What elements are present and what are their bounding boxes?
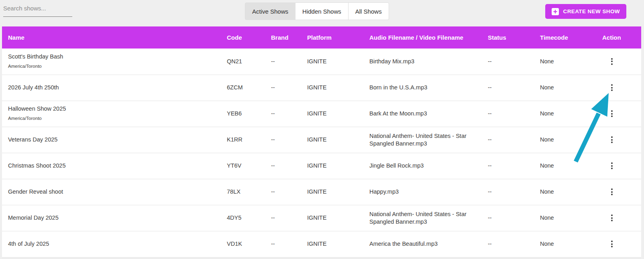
show-action-cell <box>596 127 641 153</box>
kebab-menu-icon <box>611 188 613 195</box>
row-actions-menu-button[interactable] <box>605 81 619 95</box>
show-brand: -- <box>265 179 301 205</box>
row-actions-menu-button[interactable] <box>605 185 619 199</box>
kebab-menu-icon <box>611 136 613 143</box>
show-status: -- <box>482 179 534 205</box>
show-name: Christmas Shoot 2025 <box>8 162 215 170</box>
column-header-code: Code <box>221 26 265 49</box>
show-platform: IGNITE <box>301 101 363 127</box>
add-box-icon <box>552 8 559 15</box>
kebab-menu-icon <box>611 162 613 169</box>
table-row: Halloween Show 2025America/TorontoYEB6--… <box>2 101 641 127</box>
show-code: YEB6 <box>221 101 265 127</box>
row-actions-menu-button[interactable] <box>605 159 619 173</box>
show-platform: IGNITE <box>301 75 363 101</box>
show-code: QN21 <box>221 49 265 75</box>
table-row: 4th of July 2025VD1K--IGNITEAmerica the … <box>2 231 641 257</box>
show-audio: National Anthem- United States - Star Sp… <box>363 127 482 153</box>
column-header-timecode: Timecode <box>534 26 596 49</box>
column-header-name: Name <box>2 26 221 49</box>
show-brand: -- <box>265 49 301 75</box>
create-new-show-button[interactable]: CREATE NEW SHOW <box>545 4 627 19</box>
show-platform: IGNITE <box>301 231 363 257</box>
show-brand: -- <box>265 75 301 101</box>
show-name-cell: 2026 July 4th 250th <box>2 75 221 101</box>
kebab-menu-icon <box>611 241 613 247</box>
tab-hidden-shows[interactable]: Hidden Shows <box>296 2 348 20</box>
show-code: 78LX <box>221 179 265 205</box>
show-action-cell <box>596 205 641 231</box>
show-timecode: None <box>534 153 596 179</box>
search-input[interactable] <box>3 2 72 17</box>
show-status: -- <box>482 49 534 75</box>
row-actions-menu-button[interactable] <box>605 237 619 251</box>
show-code: 6ZCM <box>221 75 265 101</box>
table-row: Memorial Day 20254DY5--IGNITENational An… <box>2 205 641 231</box>
kebab-menu-icon <box>611 110 613 117</box>
show-name: 4th of July 2025 <box>8 240 215 248</box>
show-brand: -- <box>265 205 301 231</box>
show-status: -- <box>482 101 534 127</box>
show-name-cell: Halloween Show 2025America/Toronto <box>2 101 221 127</box>
show-action-cell <box>596 153 641 179</box>
kebab-menu-icon <box>611 214 613 221</box>
show-name: Gender Reveal shoot <box>8 188 215 196</box>
show-name: Scott's Birthday Bash <box>8 53 215 61</box>
row-actions-menu-button[interactable] <box>605 54 619 69</box>
table-bottom-strip <box>2 257 641 259</box>
table-row: Veterans Day 2025K1RR--IGNITENational An… <box>2 127 641 153</box>
show-timezone: America/Toronto <box>8 63 215 70</box>
show-name-cell: 4th of July 2025 <box>2 231 221 257</box>
column-header-brand: Brand <box>265 26 301 49</box>
show-audio: Birthday Mix.mp3 <box>363 49 482 75</box>
show-timecode: None <box>534 101 596 127</box>
show-action-cell <box>596 75 641 101</box>
show-filter-tabs: Active Shows Hidden Shows All Shows <box>245 2 389 20</box>
row-actions-menu-button[interactable] <box>605 107 619 121</box>
column-header-action: Action <box>596 26 641 49</box>
kebab-menu-icon <box>611 84 613 91</box>
show-status: -- <box>482 231 534 257</box>
show-timecode: None <box>534 231 596 257</box>
table-header-row: NameCodeBrandPlatformAudio Filename / Vi… <box>2 26 641 49</box>
show-name: Halloween Show 2025 <box>8 105 215 113</box>
show-action-cell <box>596 101 641 127</box>
create-new-show-label: CREATE NEW SHOW <box>563 8 620 14</box>
show-platform: IGNITE <box>301 153 363 179</box>
show-name-cell: Christmas Shoot 2025 <box>2 153 221 179</box>
show-code: 4DY5 <box>221 205 265 231</box>
show-status: -- <box>482 75 534 101</box>
show-platform: IGNITE <box>301 127 363 153</box>
show-timecode: None <box>534 127 596 153</box>
top-bar: Active Shows Hidden Shows All Shows CREA… <box>0 0 644 26</box>
show-name-cell: Memorial Day 2025 <box>2 205 221 231</box>
tab-active-shows[interactable]: Active Shows <box>245 2 296 20</box>
column-header-audio-filename-video-filename: Audio Filename / Video Filename <box>363 26 482 49</box>
show-brand: -- <box>265 231 301 257</box>
show-name-cell: Veterans Day 2025 <box>2 127 221 153</box>
kebab-menu-icon <box>611 58 613 65</box>
shows-table-body: Scott's Birthday BashAmerica/TorontoQN21… <box>2 49 641 257</box>
show-name-cell: Scott's Birthday BashAmerica/Toronto <box>2 49 221 75</box>
show-timecode: None <box>534 205 596 231</box>
show-audio: National Anthem- United States - Star Sp… <box>363 205 482 231</box>
show-platform: IGNITE <box>301 179 363 205</box>
show-brand: -- <box>265 101 301 127</box>
row-actions-menu-button[interactable] <box>605 211 619 225</box>
column-header-platform: Platform <box>301 26 363 49</box>
show-timecode: None <box>534 179 596 205</box>
tab-all-shows[interactable]: All Shows <box>348 2 389 20</box>
shows-table: NameCodeBrandPlatformAudio Filename / Vi… <box>2 26 641 259</box>
search-field-wrap <box>3 2 72 17</box>
show-status: -- <box>482 127 534 153</box>
row-actions-menu-button[interactable] <box>605 133 619 147</box>
show-timecode: None <box>534 75 596 101</box>
table-row: 2026 July 4th 250th6ZCM--IGNITEBorn in t… <box>2 75 641 101</box>
show-code: K1RR <box>221 127 265 153</box>
table-row: Scott's Birthday BashAmerica/TorontoQN21… <box>2 49 641 75</box>
show-brand: -- <box>265 153 301 179</box>
show-audio: Born in the U.S.A.mp3 <box>363 75 482 101</box>
show-name: Memorial Day 2025 <box>8 214 215 222</box>
show-action-cell <box>596 231 641 257</box>
table-row: Gender Reveal shoot78LX--IGNITEHappy.mp3… <box>2 179 641 205</box>
